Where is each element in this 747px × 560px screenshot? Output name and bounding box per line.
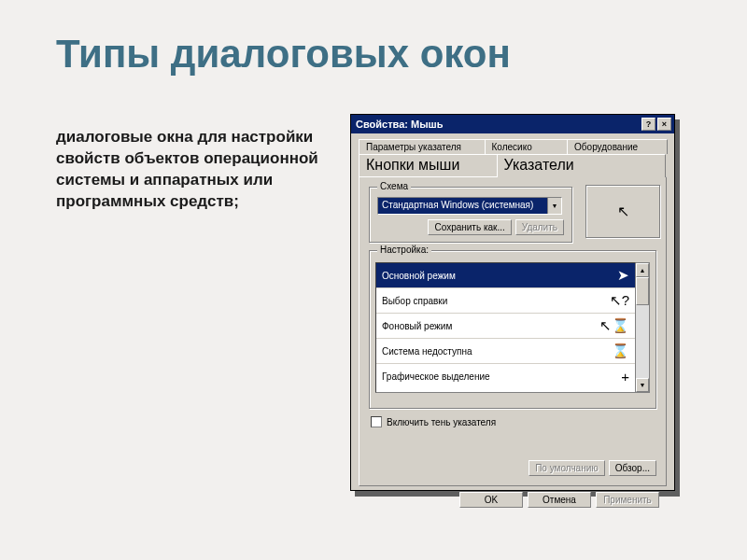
tab-panel-pointers: Схема Стандартная Windows (системная) ▼ …	[359, 176, 667, 486]
cancel-button[interactable]: Отмена	[528, 492, 591, 508]
cursor-arrow-icon: ➤	[617, 267, 629, 284]
list-item[interactable]: Графическое выделение +	[376, 364, 635, 389]
delete-button: Удалить	[515, 219, 564, 235]
help-button[interactable]: ?	[641, 118, 655, 131]
apply-button: Применить	[596, 492, 659, 508]
scroll-up-icon[interactable]: ▲	[636, 263, 649, 277]
cursor-arrow-icon: ↖	[617, 203, 629, 220]
scheme-combo-value: Стандартная Windows (системная)	[378, 198, 547, 214]
titlebar[interactable]: Свойства: Мышь ? ×	[351, 115, 674, 133]
default-button: По умолчанию	[529, 460, 605, 476]
cursor-list[interactable]: Основной режим ➤ Выбор справки ↖? Фоновы…	[375, 262, 636, 393]
slide-title: Типы диалоговых окон	[56, 32, 511, 77]
list-item[interactable]: Система недоступна ⌛	[376, 339, 635, 364]
tab-pointers[interactable]: Указатели	[497, 154, 667, 177]
list-item[interactable]: Основной режим ➤	[376, 263, 635, 288]
settings-group: Настройка: Основной режим ➤ Выбор справк…	[369, 250, 656, 409]
slide-description: диалоговые окна для настройки свойств об…	[56, 127, 322, 213]
settings-legend: Настройка:	[377, 245, 431, 255]
cursor-busy-icon: ⌛	[612, 343, 629, 359]
scheme-combo[interactable]: Стандартная Windows (системная) ▼	[377, 197, 562, 215]
list-item-label: Основной режим	[382, 271, 456, 281]
close-button[interactable]: ×	[657, 118, 671, 131]
tab-pointer-params[interactable]: Параметры указателя	[359, 139, 486, 154]
scrollbar[interactable]: ▲ ▼	[636, 262, 650, 393]
scroll-track[interactable]	[636, 305, 649, 378]
scroll-thumb[interactable]	[636, 277, 649, 305]
list-item-label: Фоновый режим	[382, 321, 452, 331]
tab-wheel[interactable]: Колесико	[485, 139, 569, 154]
browse-button[interactable]: Обзор...	[609, 460, 656, 476]
shadow-checkbox[interactable]	[371, 416, 382, 427]
cursor-preview: ↖	[585, 185, 660, 238]
list-item[interactable]: Фоновый режим ↖⌛	[376, 314, 635, 339]
list-item-label: Система недоступна	[382, 346, 472, 357]
list-item[interactable]: Выбор справки ↖?	[376, 288, 635, 314]
cursor-crosshair-icon: +	[621, 369, 629, 385]
tab-hardware[interactable]: Оборудование	[567, 139, 668, 154]
titlebar-text: Свойства: Мышь	[356, 119, 444, 130]
save-as-button[interactable]: Сохранить как...	[428, 219, 511, 235]
ok-button[interactable]: OK	[459, 492, 523, 508]
mouse-properties-dialog: Свойства: Мышь ? × Параметры указателя К…	[350, 114, 675, 491]
shadow-checkbox-label: Включить тень указателя	[387, 417, 496, 427]
scroll-down-icon[interactable]: ▼	[636, 378, 649, 392]
tab-buttons[interactable]: Кнопки мыши	[359, 154, 498, 176]
scheme-group: Схема Стандартная Windows (системная) ▼ …	[369, 187, 572, 243]
scheme-legend: Схема	[377, 181, 411, 191]
list-item-label: Выбор справки	[382, 296, 447, 306]
cursor-busy-bg-icon: ↖⌛	[599, 317, 629, 334]
cursor-help-icon: ↖?	[610, 292, 629, 309]
chevron-down-icon[interactable]: ▼	[547, 198, 561, 214]
list-item-label: Графическое выделение	[382, 371, 490, 382]
